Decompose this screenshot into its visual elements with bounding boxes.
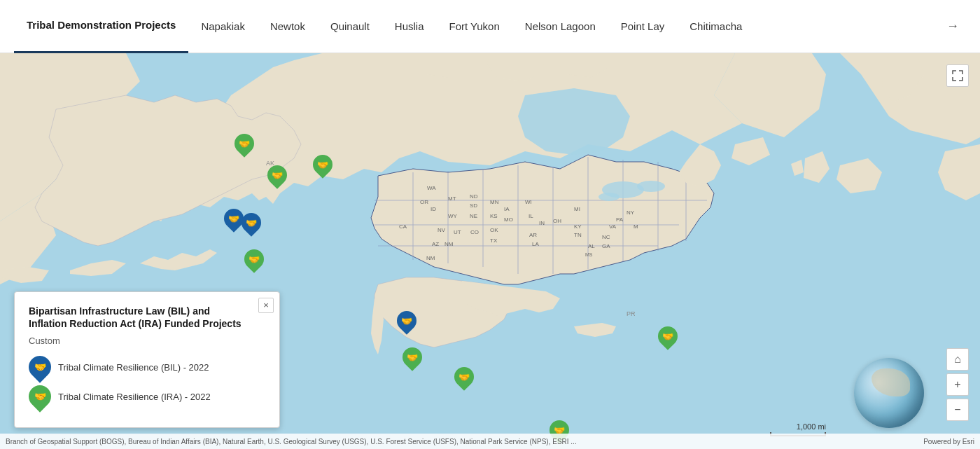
expand-button[interactable] bbox=[946, 64, 969, 87]
legend-item: 🤝 Tribal Climate Resilience (IRA) - 2022 bbox=[29, 385, 265, 408]
svg-text:TX: TX bbox=[490, 237, 498, 244]
legend-item-label: Tribal Climate Resilience (IRA) - 2022 bbox=[58, 392, 211, 402]
map-pin[interactable]: 🤝 bbox=[402, 347, 422, 367]
map-pin[interactable]: 🤝 bbox=[267, 165, 287, 185]
zoom-in-button[interactable]: + bbox=[946, 373, 969, 396]
svg-text:VA: VA bbox=[609, 223, 617, 230]
svg-text:WI: WI bbox=[525, 199, 532, 205]
legend-close-button[interactable]: × bbox=[258, 298, 274, 313]
svg-text:NM: NM bbox=[426, 255, 435, 261]
map-pin[interactable]: 🤝 bbox=[313, 155, 332, 174]
svg-text:NV: NV bbox=[438, 227, 446, 233]
svg-text:ND: ND bbox=[470, 193, 478, 200]
map-pin[interactable]: 🤝 bbox=[234, 134, 254, 153]
svg-text:CA: CA bbox=[399, 223, 407, 230]
map-pin[interactable]: 🤝 bbox=[658, 326, 678, 346]
svg-text:NE: NE bbox=[470, 213, 477, 219]
map-pin[interactable]: 🤝 bbox=[454, 367, 474, 387]
nav-item-tribal-demonstration-projects[interactable]: Tribal Demonstration Projects bbox=[14, 0, 188, 53]
svg-text:UT: UT bbox=[454, 229, 461, 235]
legend-popup: × Bipartisan Infrastructure Law (BIL) an… bbox=[14, 291, 280, 428]
svg-text:MN: MN bbox=[490, 199, 499, 205]
svg-text:SD: SD bbox=[470, 202, 477, 209]
svg-text:ID: ID bbox=[430, 206, 436, 212]
powered-by: Powered by Esri bbox=[923, 438, 974, 445]
svg-text:AR: AR bbox=[529, 232, 537, 238]
svg-text:PA: PA bbox=[616, 216, 624, 223]
scale-label: 1,000 mi bbox=[797, 422, 826, 431]
svg-text:NC: NC bbox=[602, 234, 610, 240]
nav-item-newtok[interactable]: Newtok bbox=[258, 0, 318, 53]
svg-text:NM: NM bbox=[444, 241, 454, 247]
svg-text:AL: AL bbox=[588, 243, 595, 249]
svg-text:TN: TN bbox=[574, 232, 582, 238]
legend-items: 🤝 Tribal Climate Resilience (BIL) - 2022… bbox=[29, 356, 265, 408]
legend-title: Bipartisan Infrastructure Law (BIL) and … bbox=[29, 305, 265, 330]
zoom-out-button[interactable]: − bbox=[946, 399, 969, 421]
globe-widget bbox=[854, 358, 924, 428]
svg-text:NY: NY bbox=[626, 209, 635, 216]
svg-text:MT: MT bbox=[448, 195, 456, 202]
svg-text:M: M bbox=[634, 223, 638, 230]
attribution-text: Branch of Geospatial Support (BOGS), Bur… bbox=[6, 438, 577, 445]
nav-item-fort-yukon[interactable]: Fort Yukon bbox=[437, 0, 512, 53]
svg-text:KY: KY bbox=[574, 223, 582, 230]
nav-item-napakiak[interactable]: Napakiak bbox=[188, 0, 258, 53]
nav-item-point-lay[interactable]: Point Lay bbox=[608, 0, 678, 53]
legend-icon: 🤝 bbox=[24, 351, 55, 382]
nav-item-quinault[interactable]: Quinault bbox=[318, 0, 382, 53]
legend-subtitle: Custom bbox=[29, 336, 265, 346]
svg-text:IA: IA bbox=[504, 206, 510, 212]
map-pin[interactable]: 🤝 bbox=[224, 209, 244, 228]
svg-text:OR: OR bbox=[420, 199, 428, 205]
map-pin[interactable]: 🤝 bbox=[397, 311, 416, 331]
map-pin[interactable]: 🤝 bbox=[244, 249, 264, 269]
svg-point-15 bbox=[598, 193, 620, 201]
nav-item-chitimacha[interactable]: Chitimacha bbox=[677, 0, 755, 53]
navbar: Tribal Demonstration ProjectsNapakiakNew… bbox=[0, 0, 980, 53]
svg-text:MO: MO bbox=[504, 216, 513, 223]
home-button[interactable]: ⌂ bbox=[946, 348, 969, 371]
legend-item: 🤝 Tribal Climate Resilience (BIL) - 2022 bbox=[29, 356, 265, 378]
legend-item-label: Tribal Climate Resilience (BIL) - 2022 bbox=[58, 362, 209, 373]
svg-text:IL: IL bbox=[528, 213, 533, 219]
svg-point-14 bbox=[637, 181, 665, 192]
svg-text:WA: WA bbox=[427, 185, 436, 191]
svg-text:AZ: AZ bbox=[432, 241, 439, 247]
nav-item-huslia[interactable]: Huslia bbox=[382, 0, 437, 53]
map-controls: ⌂ + − bbox=[946, 348, 969, 421]
legend-icon: 🤝 bbox=[24, 380, 55, 412]
svg-text:LA: LA bbox=[532, 241, 539, 247]
attribution-bar: Branch of Geospatial Support (BOGS), Bur… bbox=[0, 434, 980, 449]
map-container[interactable]: PR WA OR CA ID MT WY NV UT CO SD ND NE K… bbox=[0, 53, 980, 449]
svg-text:CO: CO bbox=[470, 229, 479, 235]
svg-text:PR: PR bbox=[626, 310, 636, 317]
svg-text:MS: MS bbox=[585, 252, 593, 257]
svg-text:OK: OK bbox=[490, 227, 498, 233]
nav-arrow[interactable]: → bbox=[939, 12, 966, 41]
svg-text:MI: MI bbox=[574, 206, 580, 212]
svg-text:KS: KS bbox=[490, 213, 498, 219]
map-pin[interactable]: 🤝 bbox=[241, 213, 261, 233]
svg-text:IN: IN bbox=[539, 220, 545, 226]
svg-text:OH: OH bbox=[553, 218, 561, 224]
svg-text:GA: GA bbox=[602, 243, 610, 249]
svg-text:WY: WY bbox=[448, 213, 458, 219]
nav-item-nelson-lagoon[interactable]: Nelson Lagoon bbox=[512, 0, 608, 53]
